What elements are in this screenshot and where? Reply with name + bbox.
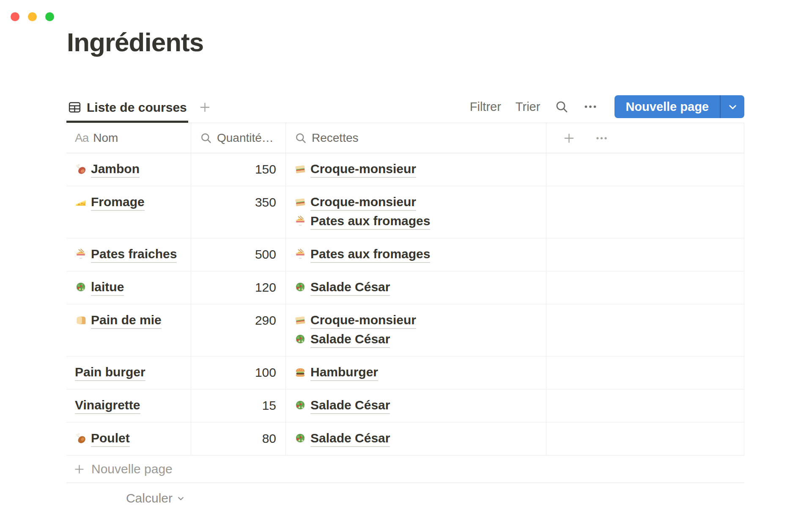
close-button[interactable]	[11, 12, 19, 21]
header-extra-cell	[546, 123, 744, 153]
salad-icon	[294, 334, 306, 345]
new-page-button-label: Nouvelle page	[614, 95, 720, 118]
quantity-cell[interactable]: 150	[191, 153, 286, 186]
recipes-cell: Salade César	[286, 271, 546, 304]
page-link-label: Pain burger	[75, 364, 145, 381]
sort-button[interactable]: Trier	[516, 100, 540, 114]
add-column-button[interactable]	[562, 132, 576, 145]
table-row-pain-burger: Pain burger100Hamburger	[66, 356, 744, 389]
page-link-pain-de-mie[interactable]: Pain de mie	[75, 311, 162, 330]
minimize-button[interactable]	[28, 12, 37, 21]
chevron-down-icon	[176, 494, 185, 503]
page-link-label: Croque-monsieur	[310, 312, 416, 329]
sandwich-icon	[294, 196, 306, 208]
quantity-cell[interactable]: 350	[191, 186, 286, 238]
name-cell: Jambon	[66, 153, 191, 186]
poultry-leg-icon	[75, 433, 87, 444]
table-view-icon	[68, 100, 82, 114]
quantity-cell[interactable]: 290	[191, 304, 286, 356]
table-options-button[interactable]	[595, 132, 608, 145]
page-link-label: Salade César	[310, 430, 390, 447]
recipe-link-croque-monsieur[interactable]: Croque-monsieur	[294, 160, 416, 179]
new-page-button[interactable]: Nouvelle page	[614, 95, 744, 118]
page-link-poulet[interactable]: Poulet	[75, 429, 130, 448]
table-row-pain-de-mie: Pain de mie290Croque-monsieurSalade Césa…	[66, 304, 744, 356]
noodle-bowl-icon	[294, 248, 306, 260]
recipe-link-salade-c-sar[interactable]: Salade César	[294, 396, 390, 415]
page-link-vinaigrette[interactable]: Vinaigrette	[75, 396, 140, 415]
page-link-label: Jambon	[91, 161, 140, 178]
recipe-link-salade-c-sar[interactable]: Salade César	[294, 278, 390, 297]
page-link-label: Salade César	[310, 279, 390, 296]
quantity-cell[interactable]: 500	[191, 238, 286, 271]
column-label: Quantité…	[217, 131, 274, 145]
page-title: Ingrédients	[67, 27, 203, 57]
quantity-cell[interactable]: 80	[191, 422, 286, 455]
page-link-laitue[interactable]: laitue	[75, 278, 124, 297]
recipe-link-salade-c-sar[interactable]: Salade César	[294, 330, 390, 349]
recipes-cell: Salade César	[286, 422, 546, 455]
page-link-jambon[interactable]: Jambon	[75, 160, 140, 179]
table-row-jambon: Jambon150Croque-monsieur	[66, 153, 744, 186]
column-header-quantit[interactable]: Quantité…	[191, 123, 286, 153]
recipe-link-hamburger[interactable]: Hamburger	[294, 363, 378, 382]
page-link-label: Hamburger	[310, 364, 378, 381]
recipes-cell: Croque-monsieur	[286, 153, 546, 186]
empty-cell	[546, 422, 744, 455]
page-link-label: Vinaigrette	[75, 397, 140, 414]
recipes-cell: Croque-monsieurPates aux fromages	[286, 186, 546, 238]
salad-icon	[75, 282, 87, 293]
calc-row: Calculer	[66, 483, 744, 508]
view-tab-label: Liste de courses	[87, 100, 187, 115]
more-options-button[interactable]	[583, 99, 598, 114]
filter-button[interactable]: Filtrer	[470, 100, 501, 114]
table-row-poulet: Poulet80Salade César	[66, 422, 744, 456]
page-link-label: Salade César	[310, 331, 390, 348]
add-view-button[interactable]	[198, 94, 211, 123]
empty-cell	[546, 153, 744, 186]
search-button[interactable]	[554, 99, 569, 114]
page-link-label: Fromage	[91, 194, 145, 211]
calculate-label: Calculer	[126, 491, 173, 505]
quantity-cell[interactable]: 100	[191, 356, 286, 389]
page-link-pates-fraiches[interactable]: Pates fraiches	[75, 245, 177, 264]
plus-icon	[73, 463, 85, 475]
view-tab-liste-de-courses[interactable]: Liste de courses	[66, 94, 188, 123]
quantity-cell[interactable]: 120	[191, 271, 286, 304]
column-label: Recettes	[312, 131, 359, 145]
recipe-link-croque-monsieur[interactable]: Croque-monsieur	[294, 311, 416, 330]
table-body: Jambon150Croque-monsieurFromage350Croque…	[66, 153, 744, 456]
salad-icon	[294, 282, 306, 293]
name-cell: Pain de mie	[66, 304, 191, 356]
column-header-nom[interactable]: AaNom	[66, 123, 191, 153]
recipe-link-salade-c-sar[interactable]: Salade César	[294, 429, 390, 448]
page-link-label: Poulet	[91, 430, 130, 447]
page-link-fromage[interactable]: Fromage	[75, 193, 145, 212]
quantity-cell[interactable]: 15	[191, 389, 286, 422]
recipe-link-pates-aux-fromages[interactable]: Pates aux fromages	[294, 212, 430, 231]
empty-cell	[546, 186, 744, 238]
cheese-icon	[75, 196, 87, 208]
recipes-cell: Pates aux fromages	[286, 238, 546, 271]
column-header-recettes[interactable]: Recettes	[286, 123, 546, 153]
empty-cell	[546, 238, 744, 271]
view-bar: Liste de courses Filtrer Trier Nouvelle …	[66, 94, 744, 123]
maximize-button[interactable]	[45, 12, 54, 21]
chevron-down-icon[interactable]	[721, 95, 744, 118]
page-link-label: Pates aux fromages	[310, 213, 430, 230]
table-row-pates-fraiches: Pates fraiches500Pates aux fromages	[66, 238, 744, 271]
calculate-button[interactable]: Calculer	[66, 483, 191, 508]
noodle-bowl-icon	[294, 215, 306, 227]
name-cell: Pates fraiches	[66, 238, 191, 271]
page-link-label: Pates aux fromages	[310, 246, 430, 263]
table-row-laitue: laitue120Salade César	[66, 271, 744, 304]
recipe-link-pates-aux-fromages[interactable]: Pates aux fromages	[294, 245, 430, 264]
noodle-bowl-icon	[75, 248, 87, 260]
new-row-button[interactable]: Nouvelle page	[66, 456, 744, 483]
name-cell: Vinaigrette	[66, 389, 191, 422]
text-property-icon: Aa	[75, 131, 88, 145]
page-link-label: Croque-monsieur	[310, 161, 416, 178]
recipe-link-croque-monsieur[interactable]: Croque-monsieur	[294, 193, 416, 212]
page-link-pain-burger[interactable]: Pain burger	[75, 363, 145, 382]
name-cell: Pain burger	[66, 356, 191, 389]
